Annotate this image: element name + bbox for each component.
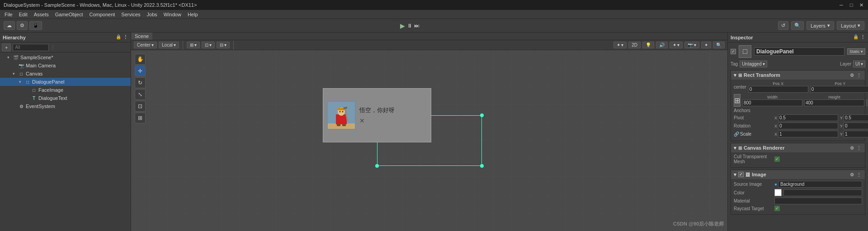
build-icon: 📱 xyxy=(33,23,39,28)
menu-gameobject[interactable]: GameObject xyxy=(52,11,86,18)
scene-camera-button[interactable]: 📷 ▾ xyxy=(684,42,699,48)
build-button[interactable]: 📱 xyxy=(29,21,42,30)
pivot-x-group: X xyxy=(774,114,838,121)
menu-component[interactable]: Component xyxy=(86,11,118,18)
align-button[interactable]: ⊟ ▾ xyxy=(217,42,230,48)
hierarchy-item-faceimage[interactable]: □ FaceImage xyxy=(0,86,131,94)
hierarchy-filter-icon[interactable]: ⋮ xyxy=(51,45,55,50)
rect-transform-more[interactable]: ⋮ xyxy=(856,72,862,78)
layer-dropdown[interactable]: UI ▾ xyxy=(853,61,865,67)
menu-file[interactable]: File xyxy=(2,11,15,18)
step-button[interactable]: ⏭ xyxy=(414,23,420,29)
close-button[interactable]: ✕ xyxy=(858,2,864,8)
scale-y-input[interactable] xyxy=(844,131,868,137)
hierarchy-search-input[interactable] xyxy=(13,44,49,51)
hierarchy-add-button[interactable]: + xyxy=(2,43,11,52)
search-button[interactable]: 🔍 xyxy=(791,21,804,30)
source-dot: ● xyxy=(774,182,777,187)
hierarchy-lock-icon[interactable]: 🔒 xyxy=(116,34,121,40)
pivot-x-input[interactable] xyxy=(778,114,838,121)
scene-tab[interactable]: Scene xyxy=(131,33,152,40)
hierarchy-more-icon[interactable]: ⋮ xyxy=(123,34,128,40)
menu-help[interactable]: Help xyxy=(185,11,201,18)
tag-dropdown[interactable]: Untagged ▾ xyxy=(740,61,767,67)
posx-input[interactable] xyxy=(748,86,808,93)
settings-button[interactable]: ⚙ xyxy=(17,21,28,30)
scene-content[interactable]: ✋ ✛ ↻ ⤡ ⊡ ⊞ xyxy=(131,50,727,231)
grid-button[interactable]: ⊞ ▾ xyxy=(187,42,200,48)
image-more[interactable]: ⋮ xyxy=(856,171,862,178)
snap-button[interactable]: ⊡ ▾ xyxy=(202,42,215,48)
scene-view-options[interactable]: ✦ ▾ xyxy=(613,42,627,48)
canvas-renderer-header[interactable]: ▾ ⊞ Canvas Renderer ⚙ ⋮ xyxy=(731,143,865,152)
image-content: Source Image ● Color xyxy=(731,179,865,214)
audio-button[interactable]: 🔊 xyxy=(656,42,668,48)
r-button[interactable]: R xyxy=(866,99,868,106)
inspector-more-icon[interactable]: ⋮ xyxy=(860,34,865,40)
height-input[interactable] xyxy=(804,99,864,106)
local-dropdown[interactable]: Local ▾ xyxy=(159,42,179,48)
dialogue-text-area: 悟空，你好呀 ✕ xyxy=(359,106,427,124)
lighting-icon: 💡 xyxy=(646,42,651,47)
hierarchy-item-eventsystem[interactable]: ⚙ EventSystem xyxy=(0,102,131,110)
menu-services[interactable]: Services xyxy=(118,11,143,18)
object-name-input[interactable] xyxy=(754,47,844,56)
undo-history-button[interactable]: ↺ xyxy=(778,21,788,30)
rot-x-input[interactable] xyxy=(778,123,838,129)
image-header[interactable]: ▾ ✓ 🖼 Image ⚙ ⋮ xyxy=(731,170,865,179)
dialoguetext-icon: T xyxy=(31,95,37,101)
pivot-y-input[interactable] xyxy=(844,114,868,121)
material-input[interactable] xyxy=(774,198,862,204)
menu-jobs[interactable]: Jobs xyxy=(144,11,160,18)
hierarchy-item-samplescene[interactable]: ▾ 🎬 SampleScene* xyxy=(0,53,131,61)
canvas-renderer-more[interactable]: ⋮ xyxy=(856,145,862,151)
hand-tool[interactable]: ✋ xyxy=(135,54,146,65)
hierarchy-item-canvas[interactable]: ▾ □ Canvas xyxy=(0,70,131,78)
pause-button[interactable]: ⏸ xyxy=(407,23,412,29)
minimize-button[interactable]: ─ xyxy=(838,2,844,8)
menu-edit[interactable]: Edit xyxy=(16,11,30,18)
menu-assets[interactable]: Assets xyxy=(31,11,52,18)
lighting-button[interactable]: 💡 xyxy=(642,42,654,48)
2d-button[interactable]: 2D xyxy=(628,42,641,48)
inspector-lock-icon[interactable]: 🔒 xyxy=(853,34,859,40)
play-button[interactable]: ▶ xyxy=(400,22,405,29)
color-swatch[interactable] xyxy=(774,189,782,196)
account-button[interactable]: ☁ xyxy=(4,21,15,30)
scale-x-input[interactable] xyxy=(778,131,838,137)
width-input[interactable] xyxy=(742,99,802,106)
menu-window[interactable]: Window xyxy=(161,11,184,18)
image-title: Image xyxy=(752,172,766,177)
transform-tool[interactable]: ⊞ xyxy=(135,113,146,123)
rotate-tool[interactable]: ↻ xyxy=(135,77,146,88)
object-active-checkbox[interactable]: ✓ xyxy=(731,49,736,54)
gizmos-button[interactable]: ✦ xyxy=(701,42,711,48)
image-enabled-checkbox[interactable]: ✓ xyxy=(738,172,744,177)
source-image-input[interactable] xyxy=(778,181,862,188)
maximize-button[interactable]: □ xyxy=(848,2,854,8)
rect-transform-header[interactable]: ▾ ⊞ Rect Transform ⚙ ⋮ xyxy=(731,71,865,80)
canvas-renderer-options: ⚙ ⋮ xyxy=(849,145,862,151)
scene-search-button[interactable]: 🔍 xyxy=(713,42,725,48)
rot-y-input[interactable] xyxy=(844,123,868,129)
image-gear[interactable]: ⚙ xyxy=(849,171,855,178)
fx-arrow: ▾ xyxy=(677,42,679,47)
fx-button[interactable]: ✦ ▾ xyxy=(670,42,683,48)
posy-group: Pos Y xyxy=(810,81,868,93)
layout-dropdown[interactable]: Layout ▾ xyxy=(837,21,864,30)
raycast-checkbox[interactable]: ✓ xyxy=(774,206,780,211)
color-input[interactable] xyxy=(783,189,862,196)
hierarchy-item-maincamera[interactable]: 📷 Main Camera xyxy=(0,61,131,70)
center-dropdown[interactable]: Center ▾ xyxy=(134,42,157,48)
hierarchy-item-dialoguetext[interactable]: T DialogueText xyxy=(0,94,131,102)
anchor-icon-display[interactable]: ⊞ xyxy=(734,94,741,107)
canvas-renderer-gear[interactable]: ⚙ xyxy=(849,145,855,151)
cull-checkbox[interactable]: ✓ xyxy=(774,156,780,162)
layers-dropdown[interactable]: Layers ▾ xyxy=(807,21,834,30)
rect-transform-gear[interactable]: ⚙ xyxy=(849,72,855,78)
rect-tool[interactable]: ⊡ xyxy=(135,101,146,112)
scale-tool[interactable]: ⤡ xyxy=(135,89,146,100)
hierarchy-item-dialoguepanel[interactable]: ▾ □ DialoguePanel xyxy=(0,78,131,86)
posy-input[interactable] xyxy=(810,86,868,93)
move-tool[interactable]: ✛ xyxy=(135,66,146,76)
